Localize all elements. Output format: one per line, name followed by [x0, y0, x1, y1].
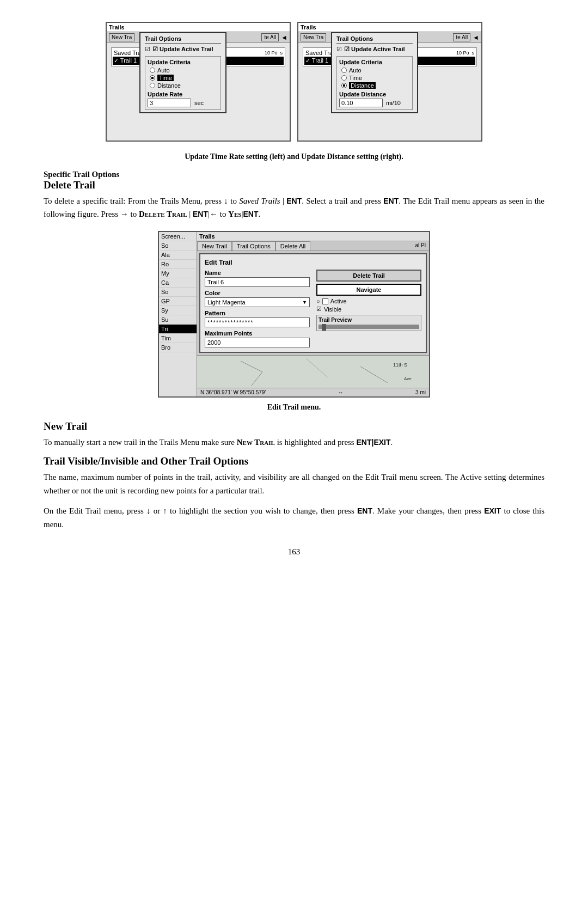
left-screen-title: Trails [107, 23, 290, 32]
edit-trail-figure: Screen... So Ala Ro My Ca So GP Sy Su Tr… [44, 231, 544, 398]
radio-distance-right: Distance [341, 82, 410, 89]
checkbox-icon-left: ☑ [145, 46, 150, 53]
update-all-btn-left[interactable]: te All [261, 33, 279, 41]
update-all-btn-right[interactable]: te All [453, 33, 470, 41]
pattern-field-group: Pattern [205, 310, 310, 327]
svg-line-1 [252, 372, 262, 386]
tab-delete-all[interactable]: Delete All [275, 241, 310, 251]
screenshots-row: Trails New Tra Trail Options ☑ ☑ Update … [44, 22, 544, 142]
update-active-trail-left: ☑ ☑ Update Active Trail [145, 45, 221, 53]
popup-title-right: Trail Options [336, 35, 413, 44]
delete-trail-para: To delete a specific trail: From the Tra… [44, 194, 544, 222]
al-pi-label: al Pl [412, 241, 429, 251]
max-points-input[interactable] [205, 338, 310, 347]
name-field-group: Name [205, 270, 310, 287]
sidebar-gp: GP [159, 297, 197, 306]
scale-display: 3 mi [415, 389, 426, 395]
max-points-field-group: Maximum Points [205, 330, 310, 347]
edit-trail-grid: Name Color Light Magenta ▼ [205, 270, 421, 347]
new-trail-btn-right[interactable]: New Tra [301, 33, 326, 41]
max-points-label: Maximum Points [205, 330, 310, 337]
sidebar-ala: Ala [159, 251, 197, 260]
menu-sidebar: Screen... So Ala Ro My Ca So GP Sy Su Tr… [159, 232, 197, 396]
caption-top: Update Time Rate setting (left) and Upda… [44, 151, 544, 162]
visible-label: Visible [324, 306, 341, 313]
update-rate-title-left: Update Rate [148, 91, 218, 97]
radio-circle-auto-left [150, 68, 155, 73]
trail-preview-indicator [322, 324, 326, 331]
visible-checkbox-row: ☑ Visible [316, 306, 421, 313]
radio-auto-right: Auto [341, 67, 410, 74]
svg-text:Ave: Ave [404, 376, 412, 381]
right-screen-title: Trails [298, 23, 481, 32]
color-select[interactable]: Light Magenta ▼ [205, 297, 310, 307]
radio-circle-distance-left [150, 83, 155, 88]
pattern-input[interactable] [205, 317, 310, 327]
trails-tabs: New Trail Trail Options Delete All al Pl [197, 241, 429, 251]
svg-line-3 [360, 367, 388, 383]
tab-trail-options[interactable]: Trail Options [232, 241, 275, 251]
svg-line-0 [241, 361, 262, 372]
new-trail-para: To manually start a new trail in the Tra… [44, 436, 544, 449]
trail-visible-para: The name, maximum number of points in th… [44, 471, 544, 498]
edit-trail-panel: Edit Trail Name Color Light [199, 253, 427, 353]
color-field-group: Color Light Magenta ▼ [205, 290, 310, 307]
update-distance-title-right: Update Distance [339, 91, 410, 97]
popup-title-left: Trail Options [145, 35, 221, 44]
edit-trail-panel-title: Edit Trail [205, 259, 421, 266]
map-area: 11th S Ave [197, 355, 429, 388]
edit-trail-dialog: Screen... So Ala Ro My Ca So GP Sy Su Tr… [158, 231, 430, 398]
navigate-button[interactable]: Navigate [316, 284, 421, 296]
svg-line-2 [306, 358, 328, 377]
sidebar-ro: Ro [159, 260, 197, 269]
sidebar-bro: Bro [159, 343, 197, 352]
trail-visible-heading: Trail Visible/Invisible and Other Trail … [44, 455, 544, 467]
right-screen: Trails New Tra Trail Options ☑ ☑ Update … [297, 22, 482, 142]
rate-input-row-left: sec [148, 99, 218, 107]
trail-preview-section: Trail Preview [316, 315, 421, 331]
sidebar-screen: Screen... [159, 232, 197, 241]
radio-time-left: Time [150, 75, 218, 81]
radio-group-right: Auto Time Distance [341, 67, 410, 89]
name-input[interactable] [205, 277, 310, 287]
specific-trail-options-heading: Specific Trail Options [44, 170, 544, 179]
trail-preview-bar [318, 325, 419, 329]
map-svg: 11th S Ave [197, 356, 429, 388]
rate-input-left[interactable] [148, 99, 191, 107]
rate-unit-left: sec [194, 100, 204, 106]
delete-trail-button[interactable]: Delete Trail [316, 270, 421, 282]
radio-auto-left: Auto [150, 67, 218, 74]
update-distance-section-right: Update Distance mi/10 [339, 91, 410, 107]
update-rate-section-left: Update Rate sec [148, 91, 218, 107]
radio-time-right: Time [341, 75, 410, 81]
new-trail-btn-left[interactable]: New Tra [109, 33, 134, 41]
arrow-symbol: ↔ [338, 389, 344, 395]
color-label: Color [205, 290, 310, 296]
status-bar: N 36°08.971' W 95°50.579' ↔ 3 mi [197, 388, 429, 396]
new-trail-heading: New Trail [44, 420, 544, 432]
name-label: Name [205, 270, 310, 276]
left-screen-toolbar: New Tra Trail Options ☑ ☑ Update Active … [107, 32, 290, 43]
radio-group-left: Auto Time Distance [150, 67, 218, 89]
trail-options-popup-left: Trail Options ☑ ☑ Update Active Trail Up… [139, 32, 226, 113]
rate-unit-right: mi/10 [386, 100, 401, 106]
active-checkbox[interactable] [322, 298, 328, 304]
sidebar-sy: Sy [159, 306, 197, 315]
svg-text:11th S: 11th S [393, 362, 407, 368]
tab-new-trail[interactable]: New Trail [197, 241, 232, 251]
section-trail-visible: Trail Visible/Invisible and Other Trail … [44, 455, 544, 498]
update-criteria-section-right: Update Criteria Auto Time Distance [336, 56, 413, 110]
sidebar-tri: Tri [159, 325, 197, 334]
edit-left-col: Name Color Light Magenta ▼ [205, 270, 310, 347]
radio-circle-time-right [341, 75, 347, 81]
arrow-left-btn: ◄ [281, 34, 287, 41]
active-label: Active [330, 298, 347, 304]
color-value: Light Magenta [207, 299, 246, 306]
rate-input-right[interactable] [339, 99, 383, 107]
edit-right-col: Delete Trail Navigate ○ Active ☑ Vis [316, 270, 421, 347]
page-number: 163 [44, 547, 544, 557]
sidebar-so2: So [159, 288, 197, 297]
edit-trail-caption: Edit Trail menu. [44, 402, 544, 413]
update-active-trail-right: ☑ ☑ Update Active Trail [336, 45, 413, 53]
update-criteria-section-left: Update Criteria Auto Time Distance [145, 56, 221, 110]
